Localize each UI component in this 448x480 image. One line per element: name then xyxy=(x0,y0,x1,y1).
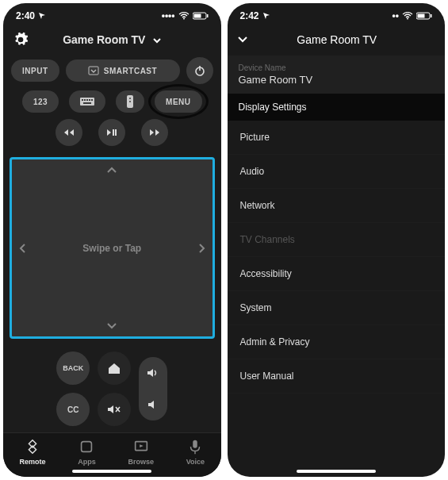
svg-rect-11 xyxy=(89,99,90,101)
menu-item-user-manual[interactable]: User Manual xyxy=(228,359,446,394)
menu-item-accessibility[interactable]: Accessibility xyxy=(228,257,446,291)
status-bar: 2:40 •••• xyxy=(3,3,221,29)
cast-icon xyxy=(88,66,99,75)
svg-rect-3 xyxy=(207,14,209,17)
device-selector[interactable]: Game Room TV xyxy=(29,33,196,46)
touchpad-label: Swipe or Tap xyxy=(82,243,141,254)
play-pause-icon xyxy=(106,129,117,136)
tab-browse[interactable]: Browse xyxy=(128,438,154,466)
settings-title: Game Room TV xyxy=(258,33,417,46)
home-indicator xyxy=(72,470,151,473)
menu-item-system[interactable]: System xyxy=(228,291,446,325)
device-name-label: Device Name xyxy=(239,63,435,72)
svg-rect-17 xyxy=(113,129,114,136)
svg-point-16 xyxy=(129,101,131,102)
svg-point-15 xyxy=(129,98,131,99)
back-chevron-icon[interactable] xyxy=(237,36,248,44)
menu-button[interactable]: MENU xyxy=(155,90,201,113)
settings-header: Game Room TV xyxy=(228,29,446,56)
volume-down-button[interactable] xyxy=(147,399,159,410)
forward-icon xyxy=(149,129,160,136)
menu-item-audio[interactable]: Audio xyxy=(228,155,446,189)
menu-item-network[interactable]: Network xyxy=(228,189,446,223)
play-pause-button[interactable] xyxy=(98,119,125,146)
svg-rect-24 xyxy=(418,14,425,18)
wifi-icon xyxy=(402,12,413,20)
phone-remote: 2:40 •••• Game Room TV INPUT xyxy=(3,3,221,477)
tab-apps[interactable]: Apps xyxy=(78,438,96,466)
input-button[interactable]: INPUT xyxy=(11,60,59,82)
svg-point-0 xyxy=(183,18,185,20)
rewind-button[interactable] xyxy=(56,119,82,146)
device-name-row[interactable]: Device Name Game Room TV xyxy=(228,56,446,94)
forward-button[interactable] xyxy=(141,119,168,146)
mute-button[interactable] xyxy=(98,393,131,426)
svg-point-22 xyxy=(407,18,408,20)
chevron-down-icon xyxy=(153,37,161,44)
home-button[interactable] xyxy=(98,351,131,385)
back-button[interactable]: BACK xyxy=(56,351,90,385)
svg-rect-12 xyxy=(91,99,93,101)
svg-rect-13 xyxy=(83,102,91,104)
power-button[interactable] xyxy=(186,57,213,84)
touchpad[interactable]: Swipe or Tap xyxy=(10,157,215,339)
menu-item-picture[interactable]: Picture xyxy=(228,121,446,155)
menu-item-tv-channels: TV Channels xyxy=(228,223,446,257)
signal-dots-icon: •• xyxy=(392,10,399,21)
keyboard-icon xyxy=(80,98,94,106)
cc-button[interactable]: CC xyxy=(56,393,90,426)
wifi-icon xyxy=(178,12,190,20)
location-icon xyxy=(262,12,270,20)
rewind-icon xyxy=(63,129,75,136)
svg-rect-9 xyxy=(84,99,86,101)
svg-rect-25 xyxy=(431,14,432,17)
tab-remote[interactable]: Remote xyxy=(19,438,45,466)
battery-icon xyxy=(193,12,209,20)
location-icon xyxy=(38,12,46,20)
device-name-value: Game Room TV xyxy=(239,74,435,86)
home-icon xyxy=(107,362,121,374)
mute-icon xyxy=(107,404,121,415)
status-time: 2:40 xyxy=(16,10,35,21)
smartcast-button[interactable]: SMARTCAST xyxy=(66,60,180,82)
svg-rect-8 xyxy=(82,99,83,101)
tab-voice[interactable]: Voice xyxy=(186,438,205,466)
dpad-down[interactable] xyxy=(106,322,117,330)
menu-item-admin-privacy[interactable]: Admin & Privacy xyxy=(228,325,446,359)
svg-rect-4 xyxy=(89,67,98,75)
dpad-right[interactable] xyxy=(198,243,206,254)
settings-menu-list: PictureAudioNetworkTV ChannelsAccessibil… xyxy=(228,121,446,394)
status-bar: 2:42 •• xyxy=(228,3,446,29)
battery-icon xyxy=(416,12,432,20)
dpad-left[interactable] xyxy=(18,243,26,254)
gear-icon[interactable] xyxy=(13,32,29,48)
dpad-up[interactable] xyxy=(106,166,117,174)
remote-icon xyxy=(127,95,133,108)
numpad-button[interactable]: 123 xyxy=(22,90,59,113)
svg-rect-7 xyxy=(80,98,94,106)
svg-rect-18 xyxy=(115,129,117,136)
svg-rect-21 xyxy=(193,440,198,448)
phone-settings: 2:42 •• Game Room TV Device Name Game Ro… xyxy=(228,3,446,477)
section-display-settings: Display Settings xyxy=(228,94,446,121)
volume-up-button[interactable] xyxy=(147,367,159,378)
status-time: 2:42 xyxy=(240,10,259,21)
device-title: Game Room TV xyxy=(63,33,145,46)
remote-header: Game Room TV xyxy=(3,29,221,54)
home-indicator xyxy=(297,470,376,473)
svg-rect-10 xyxy=(86,99,88,101)
power-icon xyxy=(193,64,206,77)
svg-rect-2 xyxy=(193,14,201,18)
signal-dots-icon: •••• xyxy=(162,10,175,21)
volume-rocker xyxy=(139,357,167,420)
svg-rect-19 xyxy=(82,442,92,452)
remote-layout-button[interactable] xyxy=(116,90,144,113)
bottom-controls: BACK CC xyxy=(3,345,221,432)
keyboard-button[interactable] xyxy=(69,90,105,113)
